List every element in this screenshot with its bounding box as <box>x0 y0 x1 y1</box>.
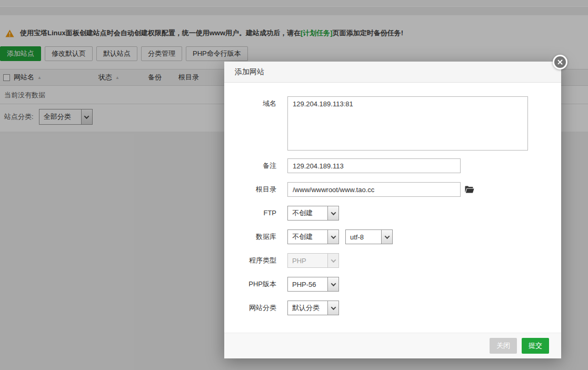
database-charset-value: utf-8 <box>346 230 381 244</box>
close-button[interactable]: 关闭 <box>490 338 517 354</box>
database-select[interactable]: 不创建 <box>287 229 339 244</box>
ftp-select[interactable]: 不创建 <box>287 206 339 221</box>
ftp-select-value: 不创建 <box>288 206 327 220</box>
program-type-select: PHP <box>287 253 339 268</box>
chevron-down-icon <box>327 277 338 291</box>
chevron-down-icon <box>327 206 338 220</box>
dialog-close-button[interactable] <box>553 55 567 69</box>
php-version-value: PHP-56 <box>288 277 327 291</box>
database-select-value: 不创建 <box>288 230 327 244</box>
root-dir-label: 根目录 <box>235 182 276 197</box>
dialog-footer: 关闭 提交 <box>224 333 561 358</box>
php-version-row: PHP版本 PHP-56 <box>224 277 561 292</box>
dialog-header: 添加网站 <box>224 62 561 83</box>
remark-label: 备注 <box>235 158 276 173</box>
chevron-down-icon <box>327 301 338 315</box>
chevron-down-icon <box>381 230 392 244</box>
domain-textarea[interactable]: 129.204.189.113:81 <box>287 96 528 151</box>
program-type-value: PHP <box>288 254 327 267</box>
site-category-value: 默认分类 <box>288 301 327 315</box>
add-website-dialog: 添加网站 域名 129.204.189.113:81 备注 根目录 FTP 不创… <box>224 62 561 358</box>
dialog-title: 添加网站 <box>235 67 264 77</box>
site-category-row: 网站分类 默认分类 <box>224 301 561 315</box>
site-category-select[interactable]: 默认分类 <box>287 301 339 315</box>
php-version-label: PHP版本 <box>235 277 276 292</box>
remark-row: 备注 <box>224 158 561 173</box>
submit-button[interactable]: 提交 <box>522 338 549 354</box>
remark-input[interactable] <box>287 158 461 173</box>
domain-label: 域名 <box>235 96 276 111</box>
ftp-row: FTP 不创建 <box>224 206 561 221</box>
chevron-down-icon <box>327 230 338 244</box>
domain-row: 域名 129.204.189.113:81 <box>224 96 561 151</box>
program-type-label: 程序类型 <box>235 253 276 268</box>
site-category-label: 网站分类 <box>235 301 276 315</box>
ftp-label: FTP <box>235 206 276 221</box>
php-version-select[interactable]: PHP-56 <box>287 277 339 292</box>
database-row: 数据库 不创建 utf-8 <box>224 229 561 244</box>
folder-open-icon[interactable] <box>465 186 474 193</box>
close-x-icon <box>557 59 563 65</box>
root-dir-input[interactable] <box>287 182 461 197</box>
add-website-form: 域名 129.204.189.113:81 备注 根目录 FTP 不创建 <box>224 83 561 315</box>
root-dir-row: 根目录 <box>224 182 561 197</box>
program-type-row: 程序类型 PHP <box>224 253 561 268</box>
database-label: 数据库 <box>235 229 276 244</box>
database-charset-select[interactable]: utf-8 <box>345 229 393 244</box>
chevron-down-icon <box>327 254 338 267</box>
